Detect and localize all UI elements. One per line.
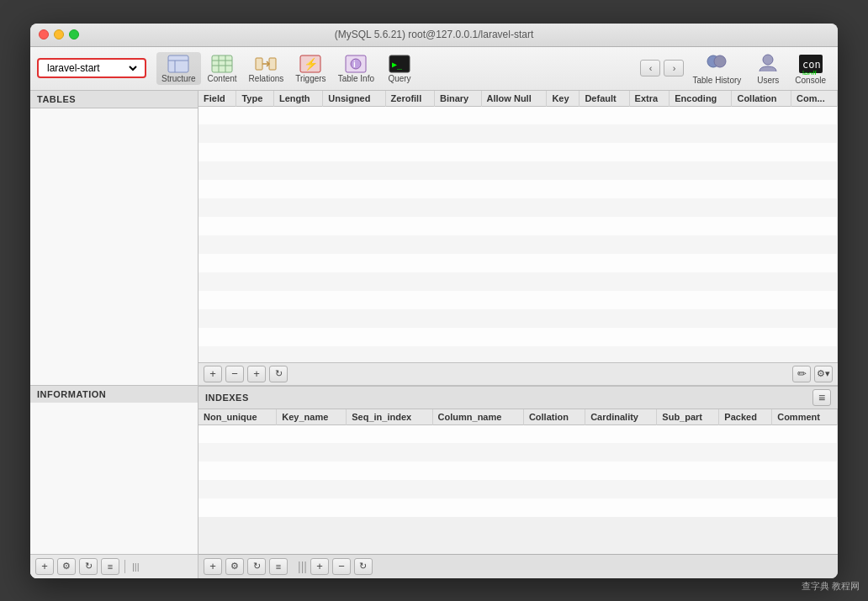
duplicate-field-button[interactable]: +	[247, 366, 266, 382]
edit-button[interactable]: ✏	[792, 366, 811, 382]
bottom-refresh-button[interactable]: ↻	[247, 558, 266, 575]
main-area: TABLES INFORMATION + ⚙ ↻ ≡ |||	[30, 91, 838, 578]
idx-col-key-name: Key_name	[277, 409, 347, 425]
col-key: Key	[547, 91, 580, 107]
svg-text:con: con	[802, 59, 821, 71]
bottom-refresh2-button[interactable]: ↻	[354, 558, 373, 575]
table-row	[198, 217, 838, 235]
svg-rect-8	[256, 58, 262, 70]
table-history-icon	[703, 52, 730, 76]
table-row	[198, 424, 838, 443]
settings-button[interactable]: ⚙	[57, 558, 76, 575]
tableinfo-button[interactable]: i Table Info	[333, 52, 379, 85]
indexes-menu-button[interactable]: ≡	[812, 389, 831, 406]
structure-section: Field Type Length Unsigned Zerofill Bina…	[198, 91, 838, 386]
toolbar-buttons: Structure Content	[156, 52, 637, 85]
table-row	[198, 143, 838, 161]
col-collation: Collation	[732, 91, 791, 107]
refresh-structure-button[interactable]: ↻	[269, 366, 288, 382]
bottom-bar: + ⚙ ↻ ≡ ||| + − ↻	[198, 554, 838, 578]
idx-col-packed: Packed	[719, 409, 772, 425]
col-extra: Extra	[629, 91, 670, 107]
maximize-button[interactable]	[69, 29, 79, 40]
window-title: (MySQL 5.6.21) root@127.0.0.1/laravel-st…	[335, 29, 534, 40]
forward-button[interactable]: ›	[664, 60, 684, 76]
information-section: INFORMATION	[30, 385, 198, 554]
filter-button[interactable]: ≡	[101, 558, 119, 575]
indexes-header-row: Non_unique Key_name Seq_in_index Column_…	[198, 409, 838, 425]
database-dropdown[interactable]: laravel-start	[44, 61, 140, 75]
indexes-table: Non_unique Key_name Seq_in_index Column_…	[198, 409, 838, 518]
triggers-button[interactable]: ⚡ Triggers	[290, 52, 331, 85]
bottom-add-button[interactable]: +	[310, 558, 329, 575]
toolbar-right: ‹ › Table History Users	[640, 50, 831, 87]
table-row	[198, 161, 838, 180]
add-field-button[interactable]: +	[204, 366, 222, 382]
structure-table-header-row: Field Type Length Unsigned Zerofill Bina…	[198, 91, 838, 107]
users-label: Users	[757, 76, 779, 85]
structure-button[interactable]: Structure	[156, 52, 201, 85]
svg-rect-0	[168, 55, 188, 72]
table-row	[198, 235, 838, 254]
table-row	[198, 498, 838, 517]
tables-list	[30, 108, 198, 385]
minimize-button[interactable]	[54, 29, 64, 40]
close-button[interactable]	[39, 29, 49, 40]
structure-icon	[167, 54, 190, 74]
triggers-label: Triggers	[295, 74, 326, 83]
table-row	[198, 291, 838, 309]
col-length: Length	[273, 91, 322, 107]
table-history-button[interactable]: Table History	[687, 50, 746, 87]
indexes-table-body	[198, 424, 838, 517]
information-label: INFORMATION	[30, 386, 198, 403]
relations-label: Relations	[249, 74, 284, 83]
svg-rect-9	[269, 58, 276, 70]
console-icon: con leoff	[797, 52, 824, 76]
triggers-icon: ⚡	[299, 54, 322, 74]
idx-col-column: Column_name	[432, 409, 523, 425]
bottom-remove-button[interactable]: −	[332, 558, 351, 575]
col-allow-null: Allow Null	[481, 91, 547, 107]
idx-col-seq: Seq_in_index	[347, 409, 432, 425]
back-button[interactable]: ‹	[640, 60, 660, 76]
users-button[interactable]: Users	[749, 50, 786, 87]
col-comment: Com...	[791, 91, 838, 107]
col-binary: Binary	[434, 91, 481, 107]
col-field: Field	[198, 91, 236, 107]
idx-col-sub-part: Sub_part	[657, 409, 719, 425]
refresh-tables-button[interactable]: ↻	[79, 558, 98, 575]
structure-table-toolbar: + − + ↻ ✏ ⚙▾	[198, 362, 838, 386]
table-row	[198, 106, 838, 124]
indexes-table-wrapper: Non_unique Key_name Seq_in_index Column_…	[198, 409, 838, 554]
query-button[interactable]: ▶_ Query	[381, 52, 418, 85]
svg-text:▶_: ▶_	[392, 60, 403, 70]
table-row	[198, 272, 838, 291]
structure-label: Structure	[161, 74, 196, 83]
relations-icon	[254, 54, 278, 74]
content-button[interactable]: Content	[203, 52, 242, 85]
database-selector[interactable]: laravel-start	[37, 58, 146, 78]
svg-rect-3	[212, 55, 232, 72]
svg-text:leoff: leoff	[802, 70, 817, 75]
indexes-section: INDEXES ≡ Non_unique Key_name Seq_in_ind…	[198, 386, 838, 554]
sidebar-divider	[124, 560, 125, 573]
sidebar: TABLES INFORMATION + ⚙ ↻ ≡ |||	[30, 91, 198, 578]
remove-field-button[interactable]: −	[225, 366, 244, 382]
idx-col-comment: Comment	[772, 409, 838, 425]
main-window: (MySQL 5.6.21) root@127.0.0.1/laravel-st…	[30, 24, 838, 578]
tableinfo-icon: i	[344, 54, 368, 74]
col-encoding: Encoding	[670, 91, 732, 107]
console-button[interactable]: con leoff Console	[790, 50, 831, 87]
bottom-filter-button[interactable]: ≡	[269, 558, 288, 575]
add-table-button[interactable]: +	[35, 558, 54, 575]
traffic-lights	[39, 29, 79, 40]
table-history-label: Table History	[692, 76, 741, 85]
relations-button[interactable]: Relations	[244, 52, 289, 85]
indexes-header: INDEXES ≡	[198, 387, 838, 409]
gear-button[interactable]: ⚙▾	[814, 366, 833, 382]
structure-table-body	[198, 106, 838, 362]
svg-point-14	[351, 59, 361, 69]
bottom-settings-button[interactable]: ⚙	[225, 558, 244, 575]
add-row-button[interactable]: +	[204, 558, 222, 575]
table-row	[198, 309, 838, 328]
